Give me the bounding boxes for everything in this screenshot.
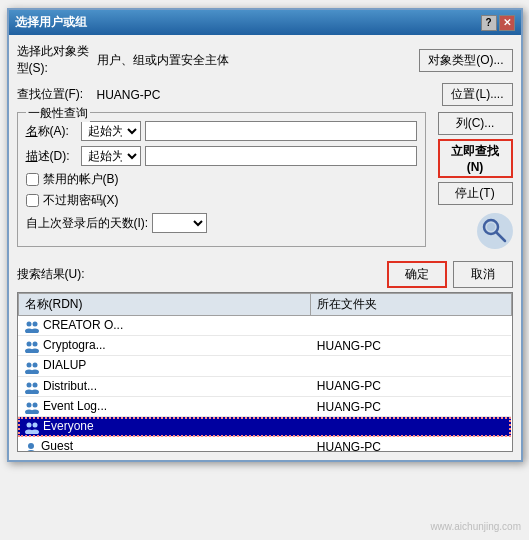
table-cell-name: Cryptogra... [18, 336, 311, 356]
svg-point-22 [31, 410, 39, 415]
no-expire-checkbox[interactable] [26, 194, 39, 207]
svg-point-20 [33, 403, 38, 408]
table-cell-name: CREATOR O... [18, 316, 311, 336]
group-icon [24, 318, 40, 332]
svg-point-6 [31, 329, 39, 334]
group-icon [24, 339, 40, 353]
svg-point-19 [27, 403, 32, 408]
help-button[interactable]: ? [481, 15, 497, 31]
svg-point-26 [31, 430, 39, 435]
table-cell-folder: HUANG-PC [311, 396, 511, 416]
results-table: 名称(RDN) 所在文件夹 CREATOR O... Cryptogra...H… [18, 293, 512, 452]
disabled-account-row: 禁用的帐户(B) [26, 171, 417, 188]
group-icon [24, 399, 40, 413]
name-row: 名称(A): 起始为 [26, 121, 417, 141]
table-cell-name: DIALUP [18, 356, 311, 376]
svg-point-15 [27, 382, 32, 387]
col-name-header: 名称(RDN) [18, 294, 311, 316]
svg-point-2 [487, 223, 495, 231]
group-icon [24, 420, 40, 434]
svg-point-4 [33, 322, 38, 327]
table-cell-folder [311, 417, 511, 437]
table-row[interactable]: Everyone [18, 417, 511, 437]
table-row[interactable]: DIALUP [18, 356, 511, 376]
svg-point-24 [33, 423, 38, 428]
no-expire-row: 不过期密码(X) [26, 192, 417, 209]
table-row[interactable]: Event Log...HUANG-PC [18, 396, 511, 416]
ok-button[interactable]: 确定 [387, 261, 447, 288]
location-label: 查找位置(F): [17, 86, 97, 103]
disabled-account-checkbox[interactable] [26, 173, 39, 186]
title-bar: 选择用户或组 ? ✕ [9, 10, 521, 35]
days-row: 自上次登录后的天数(I): [26, 213, 417, 233]
desc-label: 描述(D): [26, 148, 81, 165]
col-folder-header: 所在文件夹 [311, 294, 511, 316]
search-icon-area [438, 213, 513, 249]
svg-point-7 [27, 342, 32, 347]
location-value: HUANG-PC [97, 88, 437, 102]
table-cell-name: Everyone [18, 417, 311, 437]
days-dropdown[interactable] [152, 213, 207, 233]
svg-point-8 [33, 342, 38, 347]
table-cell-folder: HUANG-PC [311, 376, 511, 396]
group-title: 一般性查询 [26, 105, 90, 122]
table-row[interactable]: CREATOR O... [18, 316, 511, 336]
svg-point-3 [27, 322, 32, 327]
search-results-label: 搜索结果(U): [17, 266, 85, 283]
svg-point-28 [26, 450, 36, 452]
table-cell-name: Guest [18, 437, 311, 452]
name-input[interactable] [145, 121, 417, 141]
svg-point-11 [27, 362, 32, 367]
table-row[interactable]: GuestHUANG-PC [18, 437, 511, 452]
table-cell-folder: HUANG-PC [311, 336, 511, 356]
dialog-body: 选择此对象类型(S): 用户、组或内置安全主体 对象类型(O)... 查找位置(… [9, 35, 521, 460]
table-row[interactable]: Cryptogra...HUANG-PC [18, 336, 511, 356]
name-label: 名称(A): [26, 123, 81, 140]
watermark: www.aichunjing.com [430, 521, 521, 532]
table-header-row: 名称(RDN) 所在文件夹 [18, 294, 511, 316]
general-query-group: 一般性查询 名称(A): 起始为 描述(D): [17, 112, 426, 247]
user-icon [24, 440, 38, 452]
location-button[interactable]: 位置(L).... [442, 83, 512, 106]
stop-button[interactable]: 停止(T) [438, 182, 513, 205]
search-icon [477, 213, 513, 249]
desc-row: 描述(D): 起始为 [26, 146, 417, 166]
no-expire-label: 不过期密码(X) [43, 192, 119, 209]
title-bar-buttons: ? ✕ [481, 15, 515, 31]
dialog-title: 选择用户或组 [15, 14, 87, 31]
svg-point-27 [28, 443, 34, 449]
query-right-panel: 列(C)... 立即查找(N) 停止(T) [438, 112, 513, 255]
table-cell-name: Distribut... [18, 376, 311, 396]
location-row: 查找位置(F): HUANG-PC 位置(L).... [17, 83, 513, 106]
table-cell-name: Event Log... [18, 396, 311, 416]
days-label: 自上次登录后的天数(I): [26, 215, 149, 232]
svg-point-10 [31, 349, 39, 354]
name-dropdown-field: 起始为 [81, 121, 141, 141]
list-columns-button[interactable]: 列(C)... [438, 112, 513, 135]
svg-point-18 [31, 389, 39, 394]
disabled-account-label: 禁用的帐户(B) [43, 171, 119, 188]
desc-input[interactable] [145, 146, 417, 166]
table-cell-folder: HUANG-PC [311, 437, 511, 452]
object-type-label: 选择此对象类型(S): [17, 43, 97, 77]
cancel-button[interactable]: 取消 [453, 261, 513, 288]
dialog-buttons: 确定 取消 [387, 261, 513, 288]
svg-point-23 [27, 423, 32, 428]
svg-point-16 [33, 382, 38, 387]
search-now-button[interactable]: 立即查找(N) [438, 139, 513, 178]
desc-dropdown-field: 起始为 [81, 146, 141, 166]
select-user-dialog: 选择用户或组 ? ✕ 选择此对象类型(S): 用户、组或内置安全主体 对象类型(… [7, 8, 523, 462]
object-type-value: 用户、组或内置安全主体 [97, 52, 414, 69]
svg-point-14 [31, 369, 39, 374]
svg-line-1 [496, 232, 505, 241]
table-row[interactable]: Distribut...HUANG-PC [18, 376, 511, 396]
name-dropdown[interactable]: 起始为 [81, 121, 141, 141]
group-icon [24, 379, 40, 393]
desc-dropdown[interactable]: 起始为 [81, 146, 141, 166]
table-cell-folder [311, 316, 511, 336]
object-type-row: 选择此对象类型(S): 用户、组或内置安全主体 对象类型(O)... [17, 43, 513, 77]
results-table-container: 名称(RDN) 所在文件夹 CREATOR O... Cryptogra...H… [17, 292, 513, 452]
object-type-button[interactable]: 对象类型(O)... [419, 49, 512, 72]
close-button[interactable]: ✕ [499, 15, 515, 31]
table-cell-folder [311, 356, 511, 376]
